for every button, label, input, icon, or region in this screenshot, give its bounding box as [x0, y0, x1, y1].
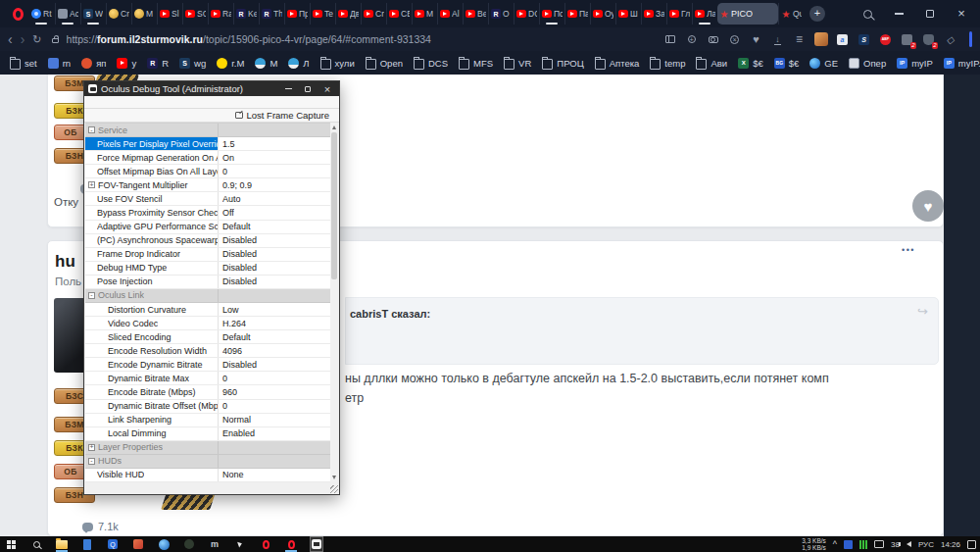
tab[interactable]: Qu: [778, 3, 804, 25]
tab[interactable]: SC: [182, 3, 208, 25]
quote-link-icon[interactable]: ↪: [917, 304, 928, 319]
tab[interactable]: Ra: [208, 3, 233, 25]
property-row[interactable]: (PC) Asynchronous Spacewarp Disabled: [85, 234, 332, 248]
expander-icon[interactable]: -: [88, 126, 95, 133]
tab[interactable]: Ла: [692, 3, 717, 25]
property-value-cell[interactable]: H.264: [219, 317, 332, 329]
tray-expand-button[interactable]: ^: [833, 539, 837, 549]
odt-close-button[interactable]: ×: [319, 82, 335, 95]
property-value-cell[interactable]: Disabled: [219, 358, 332, 371]
bookmark-item[interactable]: Open: [366, 57, 403, 70]
property-value-cell[interactable]: 0.9; 0.9: [219, 178, 332, 191]
property-value-cell[interactable]: 960: [219, 385, 332, 398]
property-value-cell[interactable]: Off: [219, 206, 332, 219]
bookmark-item[interactable]: rn: [48, 58, 71, 69]
forward-button[interactable]: ›: [21, 33, 25, 45]
quote-header[interactable]: cabrisT сказал:: [350, 308, 430, 320]
property-row[interactable]: Dynamic Bitrate Max 0: [85, 372, 332, 385]
taskbar-app-button[interactable]: [106, 536, 120, 552]
url-field[interactable]: https://forum.il2sturmovik.ru/topic/1590…: [67, 33, 655, 45]
tab[interactable]: Оу: [590, 3, 615, 25]
tab[interactable]: M: [412, 3, 437, 25]
post-author-name[interactable]: hu: [55, 252, 75, 272]
taskbar-app-button[interactable]: [233, 536, 247, 552]
property-row[interactable]: Visible HUD None: [85, 469, 332, 482]
bookmark-item[interactable]: y: [117, 58, 136, 69]
bookmark-item[interactable]: ПРОЦ: [542, 57, 583, 70]
tab[interactable]: Rt: [29, 3, 55, 25]
nav-action-icon[interactable]: [792, 32, 807, 47]
tab[interactable]: Па: [564, 3, 590, 25]
property-value-cell[interactable]: Normal: [219, 414, 332, 427]
tab[interactable]: CE: [386, 3, 412, 25]
property-row[interactable]: Encode Resolution Width 4096: [85, 344, 332, 358]
property-value-cell[interactable]: [219, 455, 332, 468]
property-value-cell[interactable]: [219, 124, 332, 136]
bookmark-item[interactable]: temp: [650, 57, 685, 70]
property-row[interactable]: Offset Mipmap Bias On All Layers 0: [85, 165, 332, 178]
property-row[interactable]: + FOV-Tangent Multiplier 0.9; 0.9: [85, 178, 332, 192]
window-maximize-button[interactable]: [917, 2, 943, 25]
nav-action-icon[interactable]: [770, 32, 785, 47]
property-row[interactable]: Encode Dynamic Bitrate Disabled: [85, 358, 332, 372]
property-row[interactable]: Distortion Curvature Low: [85, 303, 332, 317]
property-row[interactable]: + Layer Properties: [85, 441, 332, 455]
nav-action-icon[interactable]: [835, 32, 850, 47]
post-options-button[interactable]: •••: [902, 245, 915, 255]
tab[interactable]: Пс: [539, 3, 564, 25]
clock[interactable]: 14:26: [941, 540, 960, 549]
property-value-cell[interactable]: None: [219, 469, 332, 481]
odt-maximize-button[interactable]: [300, 82, 316, 95]
bookmark-item[interactable]: Л: [288, 58, 309, 69]
window-minimize-button[interactable]: [886, 2, 911, 25]
tab[interactable]: Ш: [615, 3, 641, 25]
property-row[interactable]: Link Sharpening Normal: [85, 414, 332, 427]
bookmark-item[interactable]: яп: [81, 58, 106, 69]
property-value-cell[interactable]: Disabled: [219, 262, 332, 275]
taskbar-app-button[interactable]: [55, 536, 69, 552]
network-icon[interactable]: [874, 540, 884, 548]
taskbar-app-button[interactable]: [310, 536, 323, 552]
lost-frame-capture-button[interactable]: Lost Frame Capture: [247, 110, 329, 121]
back-button[interactable]: ‹: [8, 33, 13, 45]
expander-icon[interactable]: -: [88, 458, 95, 465]
nav-action-icon[interactable]: [727, 32, 742, 47]
tab[interactable]: Ke: [233, 3, 259, 25]
nav-action-icon[interactable]: [857, 32, 871, 47]
bookmark-item[interactable]: myIP.io: [944, 58, 980, 69]
bookmark-item[interactable]: set: [10, 57, 37, 70]
tab[interactable]: Sl: [157, 3, 182, 25]
property-value-cell[interactable]: Default: [219, 330, 332, 343]
tab[interactable]: M: [131, 3, 157, 25]
bookmark-item[interactable]: r.M: [217, 58, 244, 69]
reload-button[interactable]: ↻: [32, 33, 41, 46]
taskbar-app-button[interactable]: [131, 536, 145, 552]
tray-meter-icon[interactable]: [859, 540, 867, 549]
action-center-icon[interactable]: [967, 540, 976, 549]
property-row[interactable]: Video Codec H.264: [85, 317, 332, 330]
expander-icon[interactable]: +: [88, 181, 95, 188]
property-row[interactable]: Local Dimming Enabled: [85, 427, 332, 441]
tab[interactable]: Cr: [361, 3, 386, 25]
property-row[interactable]: Bypass Proximity Sensor Check Off: [85, 206, 332, 220]
property-value-cell[interactable]: Disabled: [219, 248, 332, 261]
scroll-up-icon[interactable]: [332, 125, 336, 129]
resize-grip[interactable]: [330, 485, 338, 493]
property-row[interactable]: Debug HMD Type Disabled: [85, 262, 332, 276]
bookmark-item[interactable]: хули: [320, 57, 355, 70]
nav-action-icon[interactable]: [662, 32, 677, 47]
bookmark-item[interactable]: Ави: [696, 57, 727, 70]
property-value-cell[interactable]: 1.5: [219, 137, 332, 150]
bookmark-item[interactable]: $€: [738, 58, 763, 69]
tab[interactable]: За: [641, 3, 666, 25]
nav-action-icon[interactable]: [684, 32, 699, 47]
tab[interactable]: O: [488, 3, 514, 25]
expander-icon[interactable]: -: [88, 292, 95, 299]
property-value-cell[interactable]: Default: [219, 221, 332, 233]
tab-search-button[interactable]: [855, 2, 880, 25]
taskbar-app-button[interactable]: [259, 536, 272, 552]
bookmark-item[interactable]: R: [147, 58, 169, 69]
tray-app-icon[interactable]: [844, 540, 853, 549]
nav-action-icon[interactable]: [943, 32, 957, 47]
taskbar-app-button[interactable]: [208, 536, 221, 552]
